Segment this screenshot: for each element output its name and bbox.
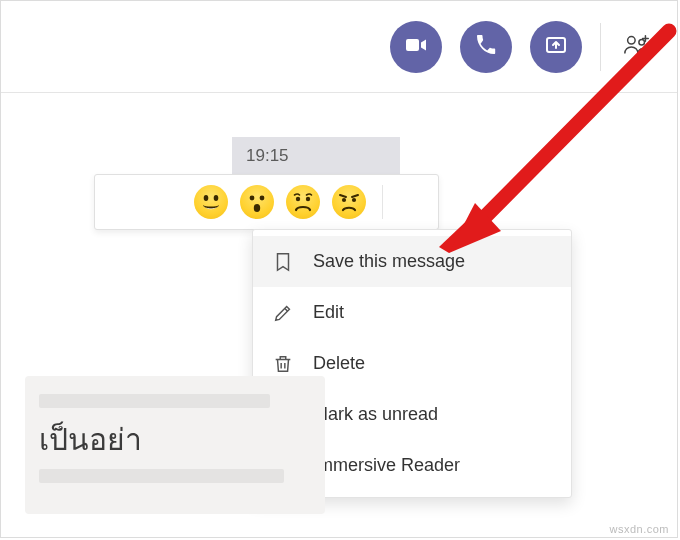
- svg-point-6: [249, 196, 254, 201]
- menu-item-save[interactable]: Save this message: [253, 236, 571, 287]
- menu-label: Save this message: [313, 251, 465, 272]
- reaction-heart[interactable]: [150, 185, 181, 219]
- svg-point-2: [628, 37, 636, 45]
- audio-call-button[interactable]: [460, 21, 512, 73]
- reaction-sad[interactable]: [286, 185, 320, 219]
- video-call-button[interactable]: [390, 21, 442, 73]
- svg-point-5: [213, 195, 218, 201]
- share-screen-button[interactable]: [530, 21, 582, 73]
- header-actions: [390, 21, 655, 73]
- svg-point-8: [253, 204, 259, 212]
- timestamp-text: 19:15: [246, 146, 289, 165]
- watermark: wsxdn.com: [609, 523, 669, 535]
- svg-point-12: [352, 198, 356, 202]
- compose-text: เป็นอย่า: [39, 416, 311, 463]
- svg-point-11: [342, 198, 346, 202]
- menu-item-edit[interactable]: Edit: [253, 287, 571, 338]
- trash-icon: [271, 352, 295, 376]
- svg-point-7: [259, 196, 264, 201]
- svg-point-10: [305, 197, 309, 201]
- video-icon: [404, 33, 428, 61]
- bookmark-icon: [271, 250, 295, 274]
- message-timestamp: 19:15: [232, 137, 400, 175]
- menu-label: Edit: [313, 302, 344, 323]
- phone-icon: [474, 33, 498, 61]
- compose-box[interactable]: เป็นอย่า: [25, 376, 325, 514]
- divider: [600, 23, 601, 71]
- reaction-thumbs-up[interactable]: [107, 185, 138, 219]
- share-screen-icon: [544, 33, 568, 61]
- angry-icon: [332, 185, 366, 219]
- svg-rect-0: [406, 39, 419, 51]
- svg-point-9: [295, 197, 299, 201]
- more-options-button[interactable]: [397, 186, 426, 218]
- menu-label: Immersive Reader: [313, 455, 460, 476]
- reaction-laugh[interactable]: [194, 185, 228, 219]
- menu-label: Mark as unread: [313, 404, 438, 425]
- menu-label: Delete: [313, 353, 365, 374]
- reaction-divider: [382, 185, 383, 219]
- compose-placeholder-line: [39, 394, 270, 408]
- surprised-icon: [240, 185, 274, 219]
- pencil-icon: [271, 301, 295, 325]
- compose-placeholder-line: [39, 469, 284, 483]
- app-frame: 19:15: [0, 0, 678, 538]
- sad-icon: [286, 185, 320, 219]
- reaction-surprised[interactable]: [240, 185, 274, 219]
- header-bar: [1, 1, 677, 93]
- reaction-bar: [94, 174, 439, 230]
- svg-point-3: [639, 39, 645, 45]
- people-add-icon: [622, 30, 652, 64]
- reaction-angry[interactable]: [332, 185, 366, 219]
- add-people-button[interactable]: [619, 29, 655, 65]
- svg-point-4: [203, 195, 208, 201]
- laugh-icon: [194, 185, 228, 219]
